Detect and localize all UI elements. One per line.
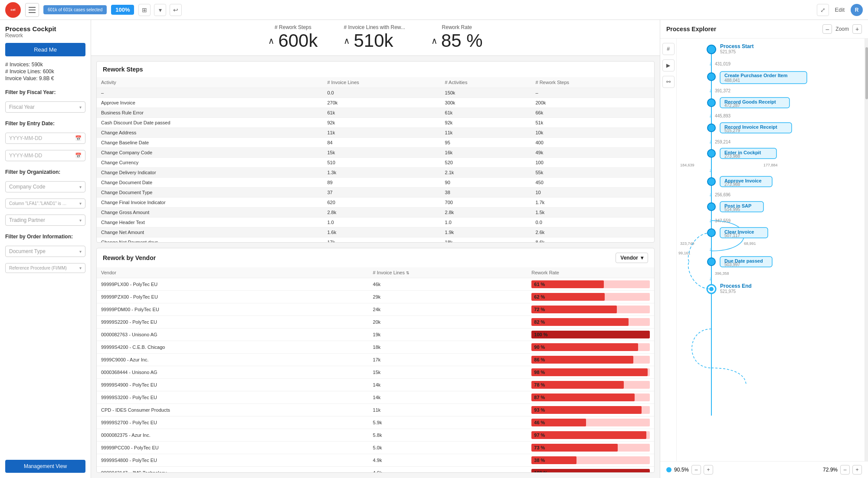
- list-item[interactable]: 99999PDM00 - PolyTec EU24k72 %: [97, 303, 654, 315]
- kpi-rework-steps: # Rework Steps ∧ 600k: [268, 24, 318, 51]
- col-vendor-invoice-lines[interactable]: # Invoice Lines ⇅: [369, 267, 527, 278]
- play-icon[interactable]: ▶: [662, 59, 675, 72]
- list-item[interactable]: 99999PZX00 - PolyTec EU29k62 %: [97, 290, 654, 303]
- center-panel: # Rework Steps ∧ 600k # Invoice Lines wi…: [91, 20, 660, 478]
- share-icon[interactable]: ⤢: [817, 4, 829, 16]
- date-input-end[interactable]: YYYY-MM-DD 📅: [5, 150, 85, 161]
- trading-partner-arrow: ▾: [79, 218, 82, 223]
- svg-text:521,975: 521,975: [720, 49, 736, 54]
- svg-text:↓: ↓: [709, 113, 711, 119]
- svg-point-19: [708, 124, 715, 132]
- list-item[interactable]: 99999PCC00 - PolyTec EU5.0k73 %: [97, 441, 654, 454]
- kpi-rework-rate: Rework Rate ∧ 85 %: [431, 24, 483, 51]
- col-invoice-lines[interactable]: # Invoice Lines: [323, 77, 440, 88]
- top-navigation: cel 601k of 601k cases selected 100% ⊞ ▾…: [0, 0, 868, 20]
- svg-text:515,279: 515,279: [724, 128, 740, 133]
- svg-text:↓: ↓: [709, 218, 711, 224]
- table-row[interactable]: Change Net Payment days17k18k8.6k: [97, 237, 654, 243]
- list-item[interactable]: 99999S2200 - PolyTec EU20k82 %: [97, 315, 654, 328]
- pe-graph: Process Start 521,975 ↓ 431,019 Create P…: [677, 39, 865, 461]
- invoices-info: # Invoices: 590k: [5, 62, 85, 68]
- layout-icon[interactable]: ⊞: [138, 4, 151, 16]
- back-icon[interactable]: ↩: [170, 4, 182, 16]
- read-me-button[interactable]: Read Me: [5, 43, 85, 56]
- list-item[interactable]: CPD - IDES Consumer Products11k93 %: [97, 403, 654, 416]
- table-row[interactable]: Change Baseline Date8495400: [97, 138, 654, 148]
- company-code-select[interactable]: Company Code ▾: [5, 181, 85, 192]
- table-row[interactable]: Change Header Text1.01.00.0: [97, 218, 654, 228]
- vendor-dropdown[interactable]: Vendor ▾: [616, 253, 648, 263]
- footer-plus-2[interactable]: +: [852, 465, 862, 475]
- app-logo: cel: [5, 2, 21, 18]
- document-type-select[interactable]: Document Type ▾: [5, 246, 85, 257]
- footer-plus-1[interactable]: +: [704, 465, 713, 475]
- table-row[interactable]: Change Company Code15k16k49k: [97, 148, 654, 158]
- dropdown-icon[interactable]: ▾: [154, 4, 166, 16]
- col-activity[interactable]: Activity: [97, 77, 323, 88]
- table-row[interactable]: Change Address11k11k10k: [97, 128, 654, 138]
- list-item[interactable]: 0000082763 - Unisono AG19k100 %: [97, 328, 654, 341]
- rework-steps-header: Rework Steps: [97, 62, 654, 77]
- zoom-out-btn[interactable]: –: [822, 24, 832, 34]
- edit-link[interactable]: Edit: [835, 7, 845, 13]
- col-rework-steps[interactable]: # Rework Steps: [531, 77, 654, 88]
- table-row[interactable]: Cash Discount Due Date passed92k92k51k: [97, 118, 654, 128]
- right-scrollbar[interactable]: [865, 39, 868, 461]
- footer-minus-2[interactable]: –: [840, 465, 850, 475]
- col-vendor[interactable]: Vendor: [97, 267, 369, 278]
- trading-partner-select[interactable]: Trading Partner ▾: [5, 215, 85, 226]
- list-item[interactable]: 9999C9000 - Azur Inc.17k86 %: [97, 353, 654, 366]
- zoom-in-btn[interactable]: +: [852, 24, 862, 34]
- list-item[interactable]: 99999S3200 - PolyTec EU14k87 %: [97, 391, 654, 403]
- invoice-lines-value: 510k: [354, 30, 393, 51]
- svg-text:259,214: 259,214: [715, 140, 731, 144]
- table-row[interactable]: Change Delivery Indicator1.3k2.1k55k: [97, 168, 654, 178]
- table-row[interactable]: Change Final Invoice Indicator6207001.7k: [97, 198, 654, 208]
- svg-text:↓: ↓: [709, 167, 711, 173]
- list-item[interactable]: 0000368444 - Unisono AG15k98 %: [97, 366, 654, 378]
- link-icon[interactable]: ⚯: [662, 76, 675, 88]
- process-explorer-title: Process Explorer: [666, 26, 716, 33]
- table-row[interactable]: Change Net Amount1.6k1.9k2.6k: [97, 228, 654, 237]
- avatar: R: [851, 4, 863, 16]
- svg-text:273,988: 273,988: [724, 182, 740, 187]
- column-filter-select[interactable]: Column "LFA1"."LAND1" is mi... ▾: [5, 198, 85, 208]
- table-row[interactable]: Change Gross Amount2.8k2.8k1.5k: [97, 208, 654, 218]
- list-item[interactable]: 99999S2700 - PolyTec EU5.9k46 %: [97, 416, 654, 429]
- list-item[interactable]: 0000082375 - Azur Inc.5.8k97 %: [97, 429, 654, 441]
- svg-text:↓: ↓: [709, 192, 711, 198]
- table-row[interactable]: Change Currency510520100: [97, 158, 654, 168]
- reference-procedure-select[interactable]: Reference Procedure (FI/MM) ▾: [5, 263, 85, 273]
- svg-text:472,287: 472,287: [724, 103, 740, 108]
- fiscal-year-arrow: ▾: [79, 105, 82, 110]
- vendor-dropdown-arrow: ▾: [641, 255, 643, 261]
- company-code-arrow: ▾: [79, 185, 82, 189]
- list-item[interactable]: 99999PLX00 - PolyTec EU46k61 %: [97, 278, 654, 290]
- svg-point-38: [708, 203, 715, 211]
- list-item[interactable]: 99999S4900 - PolyTec EU14k78 %: [97, 378, 654, 391]
- hamburger-menu[interactable]: [25, 3, 39, 17]
- left-panel: Process Cockpit Rework Read Me # Invoice…: [0, 20, 91, 478]
- management-view-button[interactable]: Management View: [5, 460, 85, 473]
- grid-icon[interactable]: #: [662, 43, 675, 55]
- col-vendor-rework-rate[interactable]: Rework Rate: [527, 267, 654, 278]
- svg-text:431,019: 431,019: [715, 62, 731, 66]
- list-item[interactable]: 99999S4800 - PolyTec EU4.9k38 %: [97, 454, 654, 466]
- date-input-start[interactable]: YYYY-MM-DD 📅: [5, 133, 85, 144]
- list-item[interactable]: 99999S4200 - C.E.B. Chicago18k90 %: [97, 341, 654, 353]
- calendar-icon-start: 📅: [75, 135, 82, 141]
- table-row[interactable]: Approve Invoice270k300k200k: [97, 98, 654, 108]
- table-row[interactable]: Business Rule Error61k61k66k: [97, 108, 654, 118]
- svg-text:445,893: 445,893: [715, 114, 731, 118]
- list-item[interactable]: 0000043147 - JMS Technology4.6k100 %: [97, 466, 654, 473]
- footer-minus-1[interactable]: –: [691, 465, 701, 475]
- table-row[interactable]: Change Document Type373810: [97, 188, 654, 198]
- col-activities[interactable]: # Activities: [441, 77, 531, 88]
- table-row[interactable]: –0.0150k–: [97, 88, 654, 98]
- column-filter-arrow: ▾: [79, 201, 82, 206]
- fiscal-year-filter-label: Filter by Fiscal Year:: [5, 89, 85, 95]
- zoom-label: Zoom: [835, 26, 849, 32]
- scrollbar-thumb[interactable]: [865, 47, 868, 99]
- fiscal-year-select[interactable]: Fiscal Year ▾: [5, 101, 85, 113]
- table-row[interactable]: Change Document Date8990450: [97, 178, 654, 188]
